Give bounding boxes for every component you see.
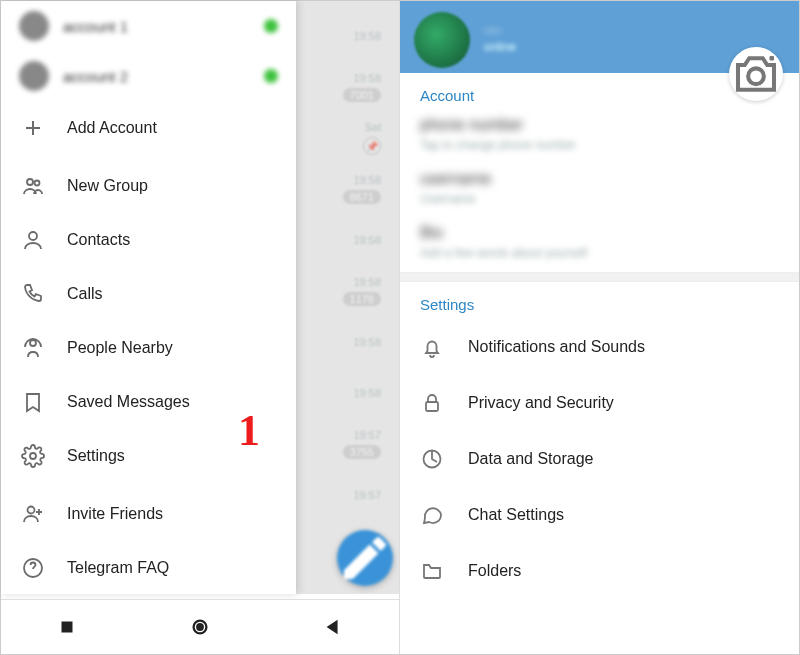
svg-point-1	[35, 181, 40, 186]
unread-badge: 7001	[343, 88, 381, 102]
svg-point-0	[27, 179, 33, 185]
settings-folders[interactable]: Folders	[400, 543, 799, 599]
menu-label: People Nearby	[67, 339, 173, 357]
menu-label: New Group	[67, 177, 148, 195]
section-settings: Settings	[400, 282, 799, 319]
plus-icon	[21, 116, 45, 140]
menu-saved-messages[interactable]: Saved Messages	[1, 375, 296, 429]
account-name: account 2	[63, 68, 250, 85]
contact-icon	[21, 228, 45, 252]
online-indicator	[264, 19, 278, 33]
menu-label: Add Account	[67, 119, 157, 137]
menu-invite-friends[interactable]: Invite Friends	[1, 487, 296, 541]
lock-icon	[420, 391, 444, 415]
chat-time: 19:58	[353, 336, 381, 348]
svg-point-9	[197, 624, 203, 630]
chat-time: 19:57	[353, 489, 381, 501]
unread-badge: 8671	[343, 190, 381, 204]
nearby-icon	[21, 336, 45, 360]
menu-people-nearby[interactable]: People Nearby	[1, 321, 296, 375]
profile-avatar[interactable]	[414, 12, 470, 68]
screenshot-right: — online Account phone number Tap to cha…	[400, 1, 799, 654]
settings-privacy[interactable]: Privacy and Security	[400, 375, 799, 431]
section-divider	[400, 272, 799, 282]
menu-label: Invite Friends	[67, 505, 163, 523]
online-indicator	[264, 69, 278, 83]
chat-time: 19:57	[353, 429, 381, 441]
chat-time: 19:58	[353, 72, 381, 84]
chat-time: 19:58	[353, 276, 381, 288]
group-icon	[21, 174, 45, 198]
menu-label: Telegram FAQ	[67, 559, 169, 577]
menu-calls[interactable]: Calls	[1, 267, 296, 321]
phone-icon	[21, 282, 45, 306]
settings-notifications[interactable]: Notifications and Sounds	[400, 319, 799, 375]
chat-time: 19:58	[353, 30, 381, 42]
unread-badge: 1178	[343, 292, 381, 306]
menu-new-group[interactable]: New Group	[1, 159, 296, 213]
recent-apps-button[interactable]	[56, 616, 78, 638]
settings-label: Chat Settings	[468, 506, 564, 524]
svg-point-2	[29, 232, 37, 240]
android-navbar	[1, 599, 399, 654]
chat-time: 19:58	[353, 234, 381, 246]
account-name: account 1	[63, 18, 250, 35]
settings-data-storage[interactable]: Data and Storage	[400, 431, 799, 487]
add-account-item[interactable]: Add Account	[1, 101, 296, 155]
svg-rect-7	[62, 622, 73, 633]
menu-label: Calls	[67, 285, 103, 303]
settings-chat[interactable]: Chat Settings	[400, 487, 799, 543]
menu-contacts[interactable]: Contacts	[1, 213, 296, 267]
back-button[interactable]	[322, 616, 344, 638]
account-phone[interactable]: phone number Tap to change phone number	[400, 110, 799, 164]
settings-label: Privacy and Security	[468, 394, 614, 412]
chat-list-background: 19:58 19:587001 Sat📌 19:588671 19:58 19:…	[279, 1, 399, 571]
change-photo-button[interactable]	[729, 47, 783, 101]
screenshot-left: 19:58 19:587001 Sat📌 19:588671 19:58 19:…	[1, 1, 400, 654]
svg-point-4	[30, 453, 36, 459]
chat-time: 19:58	[353, 387, 381, 399]
account-username[interactable]: username Username	[400, 164, 799, 218]
account-row[interactable]: account 1	[1, 1, 296, 51]
compose-fab[interactable]	[337, 530, 393, 586]
bookmark-icon	[21, 390, 45, 414]
bell-icon	[420, 335, 444, 359]
svg-point-5	[28, 507, 35, 514]
svg-rect-11	[426, 402, 438, 411]
menu-label: Saved Messages	[67, 393, 190, 411]
chat-time: 19:58	[353, 174, 381, 186]
settings-label: Folders	[468, 562, 521, 580]
data-icon	[420, 447, 444, 471]
home-button[interactable]	[189, 616, 211, 638]
account-row[interactable]: account 2	[1, 51, 296, 101]
unread-badge: 3755	[343, 445, 381, 459]
help-icon	[21, 556, 45, 580]
menu-telegram-faq[interactable]: Telegram FAQ	[1, 541, 296, 595]
chat-time: Sat	[364, 121, 381, 133]
profile-name: —	[484, 20, 516, 40]
avatar	[19, 11, 49, 41]
avatar	[19, 61, 49, 91]
settings-label: Notifications and Sounds	[468, 338, 645, 356]
menu-label: Settings	[67, 447, 125, 465]
pin-icon: 📌	[363, 137, 381, 155]
invite-icon	[21, 502, 45, 526]
settings-label: Data and Storage	[468, 450, 593, 468]
profile-status: online	[484, 40, 516, 54]
navigation-drawer: account 1 account 2 Add Account New Grou…	[1, 1, 296, 594]
account-bio[interactable]: Bio Add a few words about yourself	[400, 218, 799, 272]
menu-settings[interactable]: Settings	[1, 429, 296, 483]
folder-icon	[420, 559, 444, 583]
chat-icon	[420, 503, 444, 527]
svg-point-10	[748, 68, 764, 84]
gear-icon	[21, 444, 45, 468]
svg-point-3	[30, 340, 36, 346]
menu-label: Contacts	[67, 231, 130, 249]
